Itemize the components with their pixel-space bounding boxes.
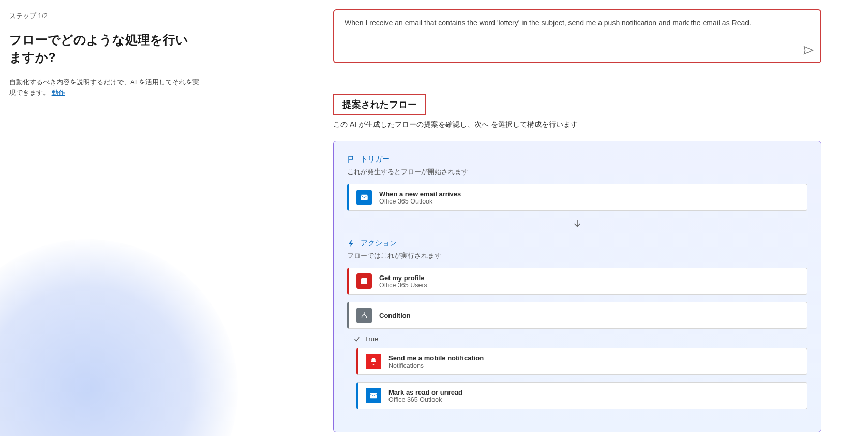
condition-card-title: Condition: [379, 312, 411, 319]
nested-card-markread[interactable]: Mark as read or unread Office 365 Outloo…: [356, 382, 807, 409]
trigger-desc: これが発生するとフローが開始されます: [347, 167, 807, 177]
trigger-group-header: トリガー: [347, 155, 807, 164]
office-users-icon: [356, 273, 372, 289]
branch-true-label: True: [365, 335, 378, 343]
action-label: アクション: [361, 239, 397, 248]
action-group-header: アクション: [347, 239, 807, 248]
action-card-title: Get my profile: [379, 274, 427, 282]
bell-icon: [366, 354, 381, 369]
behavior-link[interactable]: 動作: [52, 89, 65, 96]
nested-branch: Send me a mobile notification Notificati…: [356, 348, 807, 409]
check-icon: [353, 336, 361, 343]
trigger-card-sub: Office 365 Outlook: [379, 198, 461, 205]
flow-container: トリガー これが発生するとフローが開始されます When a new email…: [333, 141, 821, 432]
nested-card-sub: Notifications: [388, 362, 484, 369]
svg-rect-1: [361, 278, 367, 284]
bolt-icon: [347, 239, 355, 248]
prompt-text: When I receive an email that contains th…: [345, 19, 751, 27]
suggested-subtitle: この AI が生成したフローの提案を確認し、次へ を選択して構成を行います: [333, 120, 821, 129]
action-card-profile[interactable]: Get my profile Office 365 Users: [347, 268, 807, 295]
trigger-label: トリガー: [361, 155, 390, 164]
step-label: ステップ 1/2: [9, 11, 200, 21]
outlook-icon: [356, 190, 372, 205]
trigger-card[interactable]: When a new email arrives Office 365 Outl…: [347, 184, 807, 211]
nested-card-sub-2: Office 365 Outlook: [388, 396, 462, 403]
nested-card-title: Send me a mobile notification: [388, 354, 484, 362]
right-panel: When I receive an email that contains th…: [216, 0, 868, 436]
page-title: フローでどのような処理を行いますか?: [9, 31, 200, 66]
branch-true: True: [353, 335, 807, 343]
page-description: 自動化するべき内容を説明するだけで、AI を活用してそれを実現できます。 動作: [9, 77, 200, 98]
left-panel: ステップ 1/2 フローでどのような処理を行いますか? 自動化するべき内容を説明…: [0, 0, 216, 436]
svg-rect-2: [370, 393, 377, 399]
flag-icon: [347, 155, 355, 164]
action-card-sub: Office 365 Users: [379, 282, 427, 289]
nested-card-title-2: Mark as read or unread: [388, 388, 462, 396]
action-card-condition[interactable]: Condition: [347, 302, 807, 329]
prompt-input[interactable]: When I receive an email that contains th…: [333, 9, 821, 63]
suggested-section: 提案されたフロー この AI が生成したフローの提案を確認し、次へ を選択して構…: [333, 94, 821, 129]
svg-rect-0: [361, 195, 368, 200]
condition-icon: [356, 308, 372, 323]
arrow-down-icon: [347, 218, 807, 229]
send-icon[interactable]: [803, 45, 814, 56]
outlook-icon: [366, 388, 381, 403]
suggested-header: 提案されたフロー: [333, 94, 426, 115]
trigger-card-title: When a new email arrives: [379, 190, 461, 198]
action-desc: フローではこれが実行されます: [347, 251, 807, 260]
nested-card-notify[interactable]: Send me a mobile notification Notificati…: [356, 348, 807, 375]
description-text: 自動化するべき内容を説明するだけで、AI を活用してそれを実現できます。: [9, 78, 199, 96]
